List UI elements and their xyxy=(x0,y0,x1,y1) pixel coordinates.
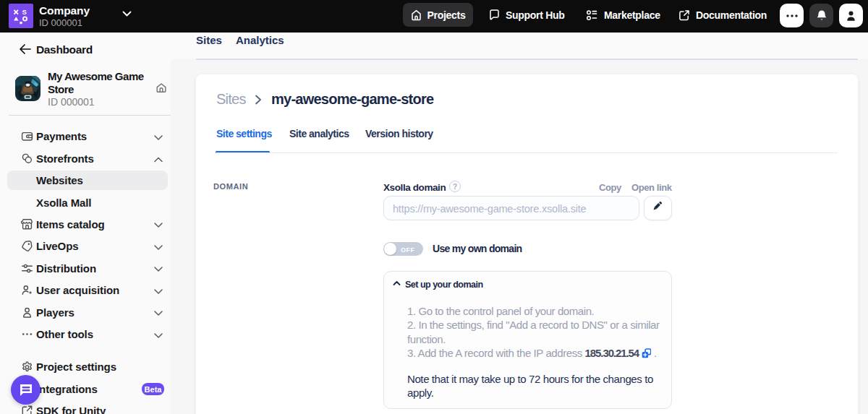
svg-text:S: S xyxy=(22,8,27,16)
